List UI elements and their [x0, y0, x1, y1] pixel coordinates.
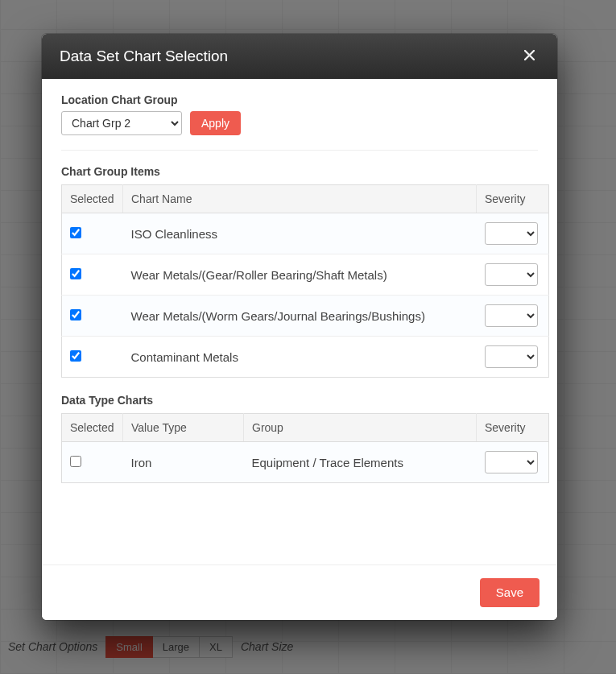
- chart-name-cell: ISO Cleanliness: [123, 213, 477, 254]
- table-row: Wear Metals/(Worm Gears/Journal Bearings…: [62, 296, 549, 337]
- data-set-chart-selection-modal: Data Set Chart Selection Location Chart …: [42, 34, 557, 620]
- group-cell: Equipment / Trace Elements: [244, 442, 477, 483]
- value-type-cell: Iron: [123, 442, 244, 483]
- divider: [61, 150, 538, 151]
- severity-select[interactable]: [485, 222, 538, 245]
- chart-name-cell: Contaminant Metals: [123, 337, 477, 378]
- close-button[interactable]: [519, 47, 540, 66]
- col-header-selected: Selected: [62, 185, 123, 213]
- location-chart-group-label: Location Chart Group: [61, 93, 538, 106]
- chart-name-cell: Wear Metals/(Worm Gears/Journal Bearings…: [123, 296, 477, 337]
- location-chart-group-section: Location Chart Group Chart Grp 2 Apply: [42, 93, 557, 145]
- col-header-group: Group: [244, 414, 477, 442]
- modal-header: Data Set Chart Selection: [42, 34, 557, 79]
- table-row: Wear Metals/(Gear/Roller Bearing/Shaft M…: [62, 254, 549, 296]
- chart-group-select[interactable]: Chart Grp 2: [61, 111, 182, 135]
- data-type-charts-table: Selected Value Type Group Severity Iron …: [61, 413, 549, 483]
- col-header-severity: Severity: [477, 185, 549, 213]
- table-row: Contaminant Metals: [62, 337, 549, 378]
- severity-select[interactable]: [485, 263, 538, 286]
- severity-select[interactable]: [485, 451, 538, 473]
- severity-select[interactable]: [485, 345, 538, 368]
- severity-select[interactable]: [485, 304, 538, 327]
- col-header-chart-name: Chart Name: [123, 185, 477, 213]
- modal-body: Location Chart Group Chart Grp 2 Apply C…: [42, 79, 557, 564]
- row-checkbox[interactable]: [70, 456, 81, 467]
- scroll-area[interactable]: Chart Group Items Selected Chart Name Se…: [42, 162, 557, 564]
- apply-button[interactable]: Apply: [190, 111, 241, 135]
- col-header-severity: Severity: [477, 414, 549, 442]
- col-header-value-type: Value Type: [123, 414, 244, 442]
- table-row: ISO Cleanliness: [62, 213, 549, 254]
- row-checkbox[interactable]: [70, 350, 81, 362]
- chart-group-items-table: Selected Chart Name Severity ISO Cleanli…: [61, 184, 549, 378]
- col-header-selected: Selected: [62, 414, 123, 442]
- row-checkbox[interactable]: [70, 268, 81, 279]
- chart-name-cell: Wear Metals/(Gear/Roller Bearing/Shaft M…: [123, 254, 477, 296]
- table-row: Iron Equipment / Trace Elements: [62, 442, 549, 483]
- data-type-charts-title: Data Type Charts: [61, 394, 549, 407]
- modal-footer: Save: [42, 564, 557, 620]
- row-checkbox[interactable]: [70, 227, 81, 238]
- modal-title: Data Set Chart Selection: [60, 48, 228, 65]
- chart-group-items-title: Chart Group Items: [61, 165, 549, 178]
- row-checkbox[interactable]: [70, 309, 81, 320]
- close-icon: [524, 50, 535, 60]
- save-button[interactable]: Save: [480, 578, 540, 607]
